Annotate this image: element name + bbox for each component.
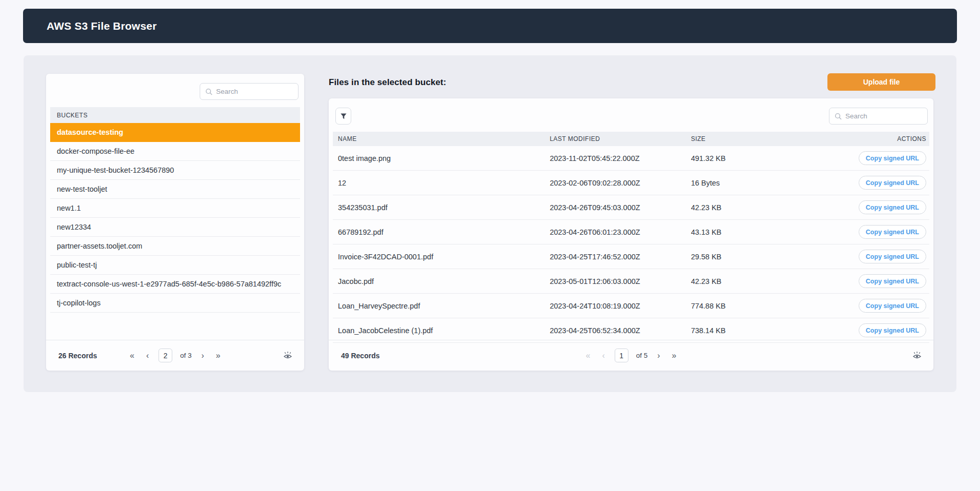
file-name: 12 — [338, 179, 550, 187]
files-panel: NAME LAST MODIFIED SIZE ACTIONS 0test im… — [329, 98, 933, 371]
page-of-label: of 5 — [636, 352, 648, 359]
bucket-list-item[interactable]: docker-compose-file-ee — [50, 142, 300, 161]
file-name: 0test image.png — [338, 154, 550, 162]
bucket-name: datasource-testing — [57, 128, 123, 136]
eye-icon[interactable] — [283, 352, 293, 360]
table-row: 354235031.pdf 2023-04-26T09:45:03.000Z 4… — [333, 195, 929, 220]
bucket-list-item[interactable]: datasource-testing — [50, 123, 300, 142]
table-row: 12 2023-02-06T09:02:28.000Z 16 Bytes Cop… — [333, 171, 929, 195]
file-size: 16 Bytes — [691, 179, 812, 187]
file-size: 738.14 KB — [691, 326, 812, 335]
bucket-name: public-test-tj — [57, 261, 97, 269]
files-record-count: 49 Records — [341, 352, 379, 360]
app-title: AWS S3 File Browser — [47, 20, 157, 32]
bucket-name: docker-compose-file-ee — [57, 147, 135, 155]
bucket-name: my-unique-test-bucket-1234567890 — [57, 166, 174, 174]
buckets-search-row — [50, 74, 300, 107]
table-row: 66789192.pdf 2023-04-26T06:01:23.000Z 43… — [333, 220, 929, 244]
buckets-search-input[interactable] — [216, 88, 293, 95]
copy-signed-url-button[interactable]: Copy signed URL — [859, 299, 926, 313]
prev-page-button[interactable]: ‹ — [144, 351, 151, 361]
prev-page-button[interactable]: ‹ — [600, 351, 607, 361]
filter-button[interactable] — [335, 108, 351, 125]
files-pagination: « ‹ 1 of 5 › » — [584, 349, 678, 362]
bucket-list-item[interactable]: partner-assets.tooljet.com — [50, 237, 300, 256]
file-last-modified: 2023-05-01T12:06:03.000Z — [550, 277, 691, 285]
copy-signed-url-button[interactable]: Copy signed URL — [859, 250, 926, 263]
bucket-list-item[interactable]: my-unique-test-bucket-1234567890 — [50, 161, 300, 180]
file-name: 354235031.pdf — [338, 203, 550, 212]
file-last-modified: 2023-02-06T09:02:28.000Z — [550, 179, 691, 187]
files-table-header: NAME LAST MODIFIED SIZE ACTIONS — [333, 132, 929, 146]
buckets-search-box — [200, 83, 299, 100]
file-name: Jacobc.pdf — [338, 277, 550, 285]
next-page-button[interactable]: › — [199, 351, 206, 361]
table-row: 0test image.png 2023-11-02T05:45:22.000Z… — [333, 146, 929, 171]
bucket-list-item[interactable]: new12334 — [50, 218, 300, 237]
files-title: Files in the selected bucket: — [329, 77, 446, 88]
table-row: Jacobc.pdf 2023-05-01T12:06:03.000Z 42.2… — [333, 269, 929, 294]
current-page-box[interactable]: 2 — [159, 349, 173, 362]
next-page-button[interactable]: › — [655, 351, 662, 361]
bucket-name: new-test-tooljet — [57, 185, 107, 193]
bucket-list: datasource-testing docker-compose-file-e… — [50, 123, 300, 313]
search-icon — [835, 113, 842, 120]
column-header-actions: ACTIONS — [812, 135, 926, 142]
app-header: AWS S3 File Browser — [23, 9, 957, 43]
current-page-box[interactable]: 1 — [614, 349, 628, 362]
copy-signed-url-button[interactable]: Copy signed URL — [859, 176, 926, 190]
files-search-box — [829, 108, 928, 125]
buckets-panel: BUCKETS datasource-testing docker-compos… — [46, 74, 304, 371]
file-last-modified: 2023-04-25T17:46:52.000Z — [550, 253, 691, 261]
file-name: Loan_HarveySpectre.pdf — [338, 302, 550, 310]
search-icon — [205, 88, 212, 95]
copy-signed-url-button[interactable]: Copy signed URL — [859, 225, 926, 239]
file-size: 42.23 KB — [691, 277, 812, 285]
page-of-label: of 3 — [180, 352, 192, 359]
filter-funnel-icon — [340, 113, 347, 120]
file-size: 29.58 KB — [691, 253, 812, 261]
copy-signed-url-button[interactable]: Copy signed URL — [859, 151, 926, 165]
bucket-list-item[interactable]: textract-console-us-west-1-e2977ad5-685f… — [50, 275, 300, 294]
buckets-list-header: BUCKETS — [50, 107, 300, 123]
last-page-button[interactable]: » — [670, 351, 678, 361]
table-row: Loan_JacobCelestine (1).pdf 2023-04-25T0… — [333, 318, 929, 343]
column-header-size: SIZE — [691, 135, 812, 142]
eye-icon[interactable] — [912, 352, 922, 360]
file-size: 43.13 KB — [691, 228, 812, 236]
bucket-list-item[interactable]: public-test-tj — [50, 256, 300, 275]
file-name: Invoice-3F42DCAD-0001.pdf — [338, 253, 550, 261]
file-last-modified: 2023-04-24T10:08:19.000Z — [550, 302, 691, 310]
table-row: Loan_HarveySpectre.pdf 2023-04-24T10:08:… — [333, 294, 929, 318]
table-row: Invoice-3F42DCAD-0001.pdf 2023-04-25T17:… — [333, 244, 929, 269]
file-last-modified: 2023-11-02T05:45:22.000Z — [550, 154, 691, 162]
copy-signed-url-button[interactable]: Copy signed URL — [859, 200, 926, 214]
file-last-modified: 2023-04-26T09:45:03.000Z — [550, 203, 691, 212]
files-search-input[interactable] — [845, 112, 922, 120]
file-size: 491.32 KB — [691, 154, 812, 162]
bucket-name: new12334 — [57, 223, 91, 231]
bucket-list-item[interactable]: tj-copilot-logs — [50, 294, 300, 313]
files-table-body: 0test image.png 2023-11-02T05:45:22.000Z… — [333, 146, 929, 343]
last-page-button[interactable]: » — [214, 351, 223, 361]
upload-file-button[interactable]: Upload file — [827, 73, 935, 91]
first-page-button[interactable]: « — [128, 351, 137, 361]
buckets-pagination: « ‹ 2 of 3 › » — [128, 349, 223, 362]
bucket-list-item[interactable]: new-test-tooljet — [50, 180, 300, 199]
file-name: Loan_JacobCelestine (1).pdf — [338, 326, 550, 335]
copy-signed-url-button[interactable]: Copy signed URL — [859, 274, 926, 288]
bucket-name: tj-copilot-logs — [57, 299, 100, 307]
bucket-name: textract-console-us-west-1-e2977ad5-685f… — [57, 280, 281, 288]
first-page-button[interactable]: « — [584, 351, 592, 361]
bucket-list-item[interactable]: new1.1 — [50, 199, 300, 218]
files-toolbar — [333, 98, 929, 132]
bucket-name: partner-assets.tooljet.com — [57, 242, 142, 250]
file-name: 66789192.pdf — [338, 228, 550, 236]
copy-signed-url-button[interactable]: Copy signed URL — [859, 323, 926, 337]
column-header-last-modified: LAST MODIFIED — [550, 135, 691, 142]
buckets-footer: 26 Records « ‹ 2 of 3 › » — [46, 340, 304, 371]
main-container: BUCKETS datasource-testing docker-compos… — [24, 55, 956, 392]
files-footer: 49 Records « ‹ 1 of 5 › » — [329, 340, 933, 371]
file-last-modified: 2023-04-26T06:01:23.000Z — [550, 228, 691, 236]
bucket-name: new1.1 — [57, 204, 81, 212]
